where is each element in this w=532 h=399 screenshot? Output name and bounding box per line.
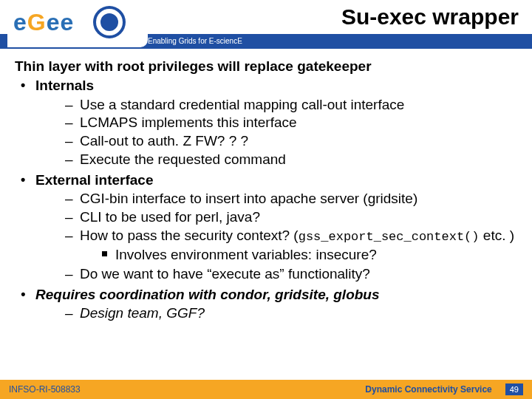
footer-right-text: Dynamic Connectivity Service xyxy=(365,384,491,395)
slide-content: Thin layer with root privileges will rep… xyxy=(0,49,532,322)
dash-item: LCMAPS implements this interface xyxy=(65,114,517,132)
lead-text: Thin layer with root privileges will rep… xyxy=(15,58,517,75)
slide-header: Su-exec wrapper Enabling Grids for E-sci… xyxy=(0,0,532,49)
page-number: 49 xyxy=(505,383,523,395)
dash-item: CGI-bin interface to insert into apache … xyxy=(65,190,517,208)
logo-letter: e xyxy=(13,9,27,35)
bullet-external: External interface CGI-bin interface to … xyxy=(15,171,517,283)
bullet-label: Requires coordination with condor, grids… xyxy=(35,287,380,302)
bullet-requires: Requires coordination with condor, grids… xyxy=(15,286,517,323)
logo-circle-icon xyxy=(93,6,126,38)
dash-item: Execute the requested command xyxy=(65,151,517,168)
dash-item: How to pass the security context? (gss_e… xyxy=(65,227,517,264)
slide-footer: INFSO-RI-508833 Dynamic Connectivity Ser… xyxy=(0,380,532,399)
egee-logo: eGee xyxy=(7,1,148,47)
logo-text: eGee xyxy=(13,9,74,36)
code-text: gss_export_sec_context() xyxy=(299,230,480,244)
square-item: Involves environment variables: insecure… xyxy=(102,246,517,264)
bullet-label: Internals xyxy=(35,78,94,93)
logo-letter: ee xyxy=(47,9,75,35)
dash-item: Design team, GGF? xyxy=(65,304,517,322)
dash-item: Use a standard credential mapping call-o… xyxy=(65,96,517,114)
logo-letter: G xyxy=(27,9,47,35)
bullet-label: External interface xyxy=(35,172,153,188)
dash-text: etc. ) xyxy=(480,228,515,243)
bullet-internals: Internals Use a standard credential mapp… xyxy=(15,77,517,168)
dash-text: How to pass the security context? ( xyxy=(80,228,299,243)
dash-item: Call-out to auth. Z FW? ? ? xyxy=(65,132,517,150)
dash-item: CLI to be used for perl, java? xyxy=(65,208,517,226)
header-tagline: Enabling Grids for E-sciencE xyxy=(148,34,242,49)
footer-left: INFSO-RI-508833 xyxy=(9,384,81,395)
dash-item: Do we want to have “execute as” function… xyxy=(65,265,517,283)
